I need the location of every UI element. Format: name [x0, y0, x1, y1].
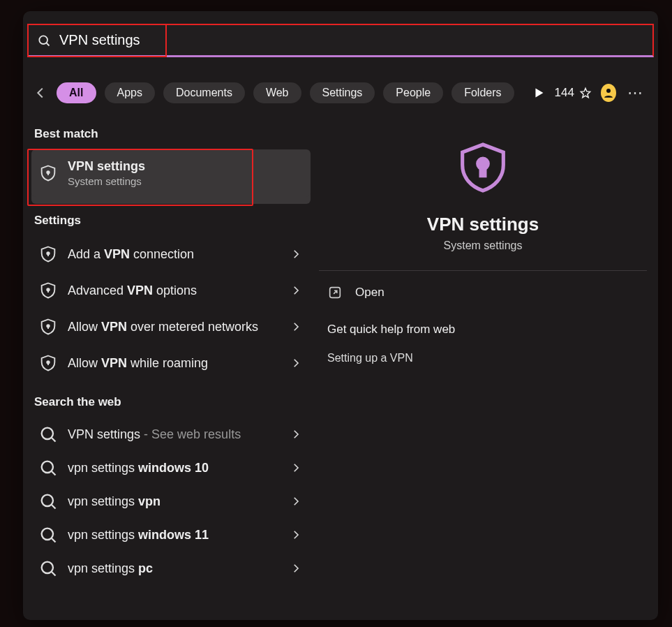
svg-line-1 [47, 43, 50, 45]
svg-point-7 [47, 361, 50, 364]
tab-folders[interactable]: Folders [451, 82, 514, 103]
shield-lock-icon [38, 244, 58, 264]
svg-point-10 [42, 462, 53, 473]
result-web-pc[interactable]: vpn settings pc [31, 552, 311, 585]
result-web-windows10[interactable]: vpn settings windows 10 [31, 451, 311, 485]
svg-point-6 [47, 325, 50, 327]
svg-point-14 [42, 529, 53, 540]
result-label: vpn settings windows 11 [68, 528, 280, 543]
result-label: vpn settings pc [68, 561, 280, 576]
chevron-right-icon [290, 562, 302, 575]
chevron-right-icon [290, 495, 302, 508]
chevron-right-icon [290, 428, 302, 441]
svg-point-4 [47, 252, 50, 255]
chevron-right-icon [290, 529, 302, 541]
result-advanced-vpn-options[interactable]: Advanced VPN options [31, 272, 311, 309]
preview-subtitle: System settings [444, 239, 523, 252]
tab-apps[interactable]: Apps [105, 82, 155, 103]
search-icon [38, 525, 58, 545]
filter-tabs: All Apps Documents Web Settings People F… [33, 82, 647, 103]
tab-people[interactable]: People [383, 82, 443, 103]
preview-pane: VPN settings System settings Open Get qu… [319, 121, 647, 371]
search-bar[interactable] [27, 24, 654, 57]
result-allow-vpn-roaming[interactable]: Allow VPN while roaming [31, 345, 311, 381]
search-icon [38, 492, 58, 511]
svg-line-11 [52, 471, 55, 475]
more-button[interactable]: ⋯ [625, 84, 647, 102]
svg-point-12 [42, 495, 53, 506]
svg-line-13 [52, 505, 55, 508]
result-web-vpn-settings[interactable]: VPN settings - See web results [31, 418, 311, 451]
result-label: Allow VPN while roaming [68, 356, 280, 371]
start-search-panel: All Apps Documents Web Settings People F… [23, 11, 658, 620]
annotation-box [27, 149, 253, 206]
result-label: vpn settings vpn [68, 494, 280, 509]
chevron-right-icon [290, 357, 302, 369]
result-allow-vpn-metered[interactable]: Allow VPN over metered networks [31, 309, 311, 345]
chevron-right-icon [290, 248, 302, 260]
shield-lock-icon [38, 353, 58, 373]
search-icon [38, 458, 58, 478]
result-label: vpn settings windows 10 [68, 461, 280, 475]
result-label: VPN settings - See web results [68, 427, 280, 442]
result-web-vpn[interactable]: vpn settings vpn [31, 485, 311, 518]
points-value: 144 [555, 86, 574, 100]
shield-lock-icon [38, 281, 58, 300]
tab-documents[interactable]: Documents [163, 82, 245, 103]
rewards-points[interactable]: 144 [555, 86, 592, 100]
section-best-match: Best match [31, 121, 311, 149]
result-label: Allow VPN over metered networks [68, 320, 280, 334]
svg-point-0 [39, 36, 47, 44]
preview-title: VPN settings [427, 214, 539, 235]
svg-line-15 [52, 538, 55, 542]
result-label: Add a VPN connection [68, 247, 280, 262]
svg-line-9 [52, 438, 55, 441]
svg-line-17 [52, 572, 55, 575]
chevron-right-icon [290, 284, 302, 297]
play-icon[interactable] [531, 84, 546, 102]
user-avatar[interactable] [601, 84, 616, 102]
help-link-setting-up-vpn[interactable]: Setting up a VPN [319, 345, 647, 371]
action-open[interactable]: Open [319, 274, 647, 311]
search-icon [38, 559, 58, 578]
svg-rect-19 [481, 168, 485, 176]
search-input[interactable] [59, 32, 644, 48]
svg-point-8 [42, 428, 53, 439]
tab-web[interactable]: Web [253, 82, 301, 103]
section-search-web: Search the web [31, 390, 311, 418]
svg-point-5 [47, 288, 50, 291]
open-icon [327, 285, 343, 300]
chevron-right-icon [290, 462, 302, 474]
chevron-right-icon [290, 320, 302, 333]
search-icon [37, 34, 51, 47]
help-heading: Get quick help from web [319, 311, 647, 345]
result-web-windows11[interactable]: vpn settings windows 11 [31, 518, 311, 552]
result-add-vpn-connection[interactable]: Add a VPN connection [31, 236, 311, 272]
svg-point-16 [42, 562, 53, 573]
action-label: Open [355, 286, 384, 300]
separator [319, 270, 647, 271]
back-button[interactable] [33, 84, 48, 102]
svg-point-2 [606, 89, 611, 93]
tab-all[interactable]: All [57, 82, 96, 103]
section-settings: Settings [31, 208, 311, 236]
tab-settings[interactable]: Settings [310, 82, 375, 103]
shield-lock-icon [452, 137, 514, 198]
shield-lock-icon [38, 317, 58, 337]
result-label: Advanced VPN options [68, 283, 280, 298]
search-icon [38, 425, 58, 444]
